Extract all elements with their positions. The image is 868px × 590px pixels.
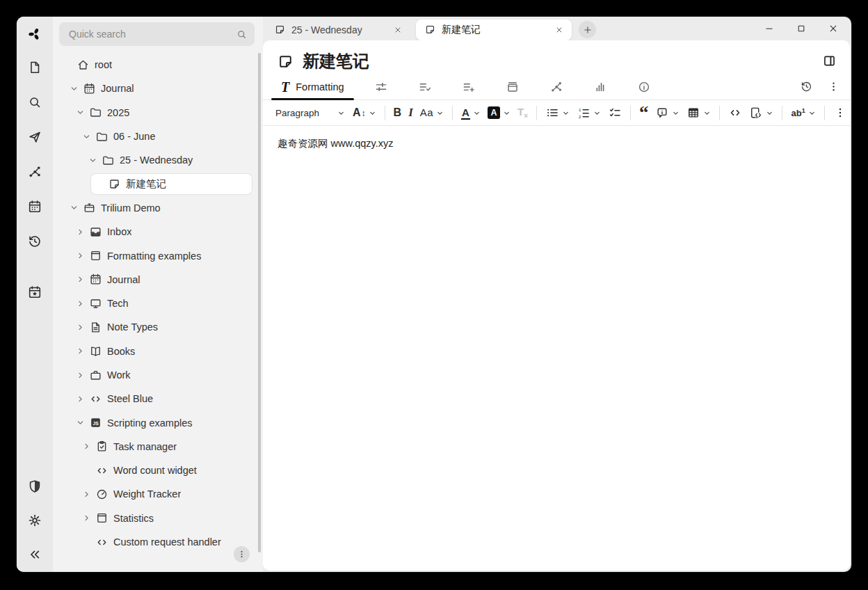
kebab-button[interactable]: [830, 104, 850, 122]
admonition-button[interactable]: [652, 104, 683, 122]
tree-item-body[interactable]: 25 - Wednesday: [85, 150, 252, 170]
chevron-right-icon[interactable]: [80, 440, 93, 453]
italic-button[interactable]: I: [405, 104, 417, 122]
tree-item-body[interactable]: Inbox: [72, 222, 252, 242]
tree-item-tech[interactable]: Tech: [53, 292, 255, 315]
chevron-right-icon[interactable]: [80, 488, 93, 500]
font-color-button[interactable]: A: [458, 104, 484, 121]
note-map-button[interactable]: [26, 163, 44, 181]
tree-item-body[interactable]: Trilium Demo: [66, 198, 252, 218]
chevron-right-icon[interactable]: [74, 273, 87, 286]
tree-item-item[interactable]: 新建笔记: [53, 172, 255, 196]
tree-item-books[interactable]: Books: [53, 340, 255, 363]
ribbon-tab-sliders[interactable]: [364, 74, 398, 99]
tree-item-trilium-demo[interactable]: Trilium Demo: [53, 196, 255, 220]
tree-item-formatting-examples[interactable]: Formatting examples: [53, 244, 255, 267]
tree-item-body[interactable]: Journal: [72, 269, 252, 289]
tree-item-weight-tracker[interactable]: Weight Tracker: [53, 482, 255, 506]
tree-item-root[interactable]: root: [53, 53, 255, 77]
calendar-button[interactable]: [26, 198, 44, 216]
code-button[interactable]: [725, 104, 746, 122]
tree-item-06-june[interactable]: 06 - June: [53, 125, 255, 148]
split-pane-icon[interactable]: [822, 54, 837, 69]
tree-item-work[interactable]: Work: [53, 363, 255, 387]
ribbon-tab-note-map[interactable]: [540, 74, 573, 99]
table-button[interactable]: [683, 104, 714, 122]
tab-close-icon[interactable]: [554, 24, 565, 35]
tree-item-word-count-widget[interactable]: Word count widget: [53, 459, 255, 482]
kebab-button[interactable]: [827, 80, 840, 93]
tree-item-body[interactable]: Statistics: [79, 508, 252, 528]
tree-scrollbar[interactable]: [258, 53, 261, 552]
code-block-button[interactable]: [746, 104, 777, 122]
tree-item-note-types[interactable]: Note Types: [53, 315, 255, 339]
chevron-down-icon[interactable]: [86, 154, 99, 166]
tree-item-body[interactable]: Weight Tracker: [79, 484, 252, 504]
bg-color-button[interactable]: A: [484, 104, 514, 121]
ribbon-tab-formatting[interactable]: TFormatting: [271, 74, 354, 99]
history-button[interactable]: [26, 232, 44, 250]
maximize-button[interactable]: [796, 23, 807, 34]
shield-button[interactable]: [26, 477, 44, 495]
chevron-down-icon[interactable]: [80, 130, 93, 143]
ribbon-tab-info[interactable]: [627, 74, 661, 99]
abbr-button[interactable]: ab1: [787, 104, 819, 121]
tree-item-inbox[interactable]: Inbox: [53, 220, 255, 244]
ribbon-tab-archive[interactable]: [496, 74, 529, 99]
chevron-down-icon[interactable]: [67, 202, 81, 214]
search-button[interactable]: [26, 93, 44, 111]
font-size-button[interactable]: A↕: [349, 104, 380, 121]
tree-item-journal[interactable]: Journal: [53, 268, 255, 292]
minimize-button[interactable]: [764, 23, 775, 34]
quick-search[interactable]: [59, 22, 255, 46]
history-button[interactable]: [800, 80, 813, 93]
calendar-star-button[interactable]: [26, 283, 44, 301]
chevron-right-icon[interactable]: [74, 345, 87, 358]
tree-item-body[interactable]: Work: [72, 365, 252, 385]
note-content[interactable]: 趣奇资源网 www.qqzy.xyz: [263, 126, 850, 516]
chevron-down-icon[interactable]: [74, 417, 87, 429]
send-button[interactable]: [26, 128, 44, 146]
chevron-right-icon[interactable]: [74, 225, 87, 238]
tree-item-body[interactable]: 06 - June: [79, 127, 252, 147]
font-family-button[interactable]: Aa: [417, 104, 447, 121]
ribbon-tab-list-check[interactable]: [408, 74, 442, 99]
tab-25-wednesday[interactable]: 25 - Wednesday: [266, 19, 410, 40]
ribbon-tab-list-plus[interactable]: [452, 74, 485, 99]
list-todo-button[interactable]: [604, 104, 625, 122]
tree-item-journal[interactable]: Journal: [53, 77, 255, 100]
tree-item-2025[interactable]: 2025: [53, 101, 255, 125]
tree-item-body[interactable]: 新建笔记: [91, 174, 252, 194]
chevron-right-icon[interactable]: [80, 512, 93, 525]
chevron-down-icon[interactable]: [67, 82, 81, 95]
new-tab-button[interactable]: [579, 21, 596, 38]
tree-item-scripting-examples[interactable]: JSScripting examples: [53, 410, 255, 434]
tree-item-body[interactable]: Tech: [72, 294, 252, 314]
quick-search-input[interactable]: [67, 28, 236, 40]
tree-item-body[interactable]: Journal: [66, 79, 252, 99]
close-button[interactable]: [828, 23, 839, 34]
tree-item-body[interactable]: Custom request handler: [79, 532, 252, 552]
bold-button[interactable]: B: [390, 104, 405, 121]
tree-item-steel-blue[interactable]: Steel Blue: [53, 387, 255, 410]
heading-select[interactable]: Paragraph: [273, 106, 349, 120]
list-number-button[interactable]: 12: [573, 104, 604, 122]
tree-item-body[interactable]: Word count widget: [79, 461, 252, 481]
tree-item-body[interactable]: JSScripting examples: [72, 413, 252, 433]
quote-button[interactable]: “: [636, 106, 652, 120]
tree-item-body[interactable]: Books: [72, 341, 252, 361]
chevron-right-icon[interactable]: [74, 321, 87, 333]
tree-item-body[interactable]: Formatting examples: [72, 246, 252, 266]
chevron-right-icon[interactable]: [74, 297, 87, 310]
chevron-right-icon[interactable]: [74, 369, 87, 381]
new-note-button[interactable]: [26, 58, 44, 77]
list-bullet-button[interactable]: [542, 104, 573, 122]
tree-item-25-wednesday[interactable]: 25 - Wednesday: [53, 148, 255, 172]
tree-item-custom-request-handler[interactable]: Custom request handler: [53, 530, 255, 554]
tree-item-statistics[interactable]: Statistics: [53, 507, 255, 530]
tree-item-task-manager[interactable]: Task manager: [53, 435, 255, 459]
tree-item-body[interactable]: Note Types: [72, 317, 252, 337]
tree-actions-button[interactable]: [234, 546, 250, 562]
chevron-down-icon[interactable]: [74, 106, 87, 119]
tree-item-body[interactable]: Steel Blue: [72, 389, 252, 409]
